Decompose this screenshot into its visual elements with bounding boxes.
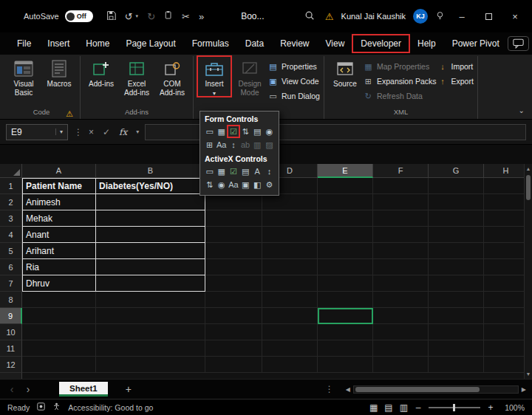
cell-G11[interactable] <box>429 340 484 357</box>
excel-add-ins-button[interactable]: Excel Add-ins <box>120 56 154 97</box>
cell-C8[interactable] <box>205 292 262 308</box>
collapse-ribbon-icon[interactable]: ⌄ <box>519 106 525 114</box>
cell-H6[interactable] <box>484 259 524 275</box>
tab-view[interactable]: View <box>318 35 353 52</box>
cell-F8[interactable] <box>373 292 429 308</box>
cut-icon[interactable]: ✂ <box>182 12 190 21</box>
run-dialog-button[interactable]: ▭Run Dialog <box>268 92 320 100</box>
zoom-slider[interactable] <box>429 407 480 408</box>
button-control-icon[interactable]: ▭ <box>204 126 215 137</box>
cell-A10[interactable] <box>22 324 96 340</box>
cell-B7[interactable] <box>96 275 205 292</box>
cell-E4[interactable] <box>318 227 373 243</box>
scroll-left-icon[interactable]: ◀ <box>346 386 350 393</box>
cell-B11[interactable] <box>96 340 205 357</box>
cell-E8[interactable] <box>318 292 373 308</box>
cell-E9[interactable] <box>318 308 373 324</box>
cell-F11[interactable] <box>373 340 429 357</box>
export-button[interactable]: ↑Export <box>438 77 474 86</box>
cell-G3[interactable] <box>429 210 484 227</box>
tab-formulas[interactable]: Formulas <box>184 35 237 52</box>
cell-H11[interactable] <box>484 340 524 357</box>
cell-E5[interactable] <box>318 243 373 259</box>
scroll-up-icon[interactable]: ▲ <box>526 165 531 172</box>
spin-button-control-icon[interactable]: ⇅ <box>204 179 215 191</box>
cell-F6[interactable] <box>373 259 429 275</box>
cell-A6[interactable]: Ria <box>22 259 96 275</box>
user-name[interactable]: Kunal Jai Kaushik <box>341 12 406 21</box>
cell-D7[interactable] <box>262 275 318 292</box>
spin-button-control-icon[interactable]: ⇅ <box>240 126 251 137</box>
cell-C10[interactable] <box>205 324 262 340</box>
select-all-corner[interactable] <box>0 164 22 178</box>
minimize-button[interactable]: – <box>452 11 471 22</box>
scroll-bar-control-icon[interactable]: ↕ <box>228 139 239 151</box>
cell-H2[interactable] <box>484 194 524 210</box>
zoom-level[interactable]: 100% <box>501 403 525 412</box>
cell-B1[interactable]: Diabetes(Yes/NO) <box>96 178 205 194</box>
sheet-tab-sheet1[interactable]: Sheet1 <box>59 382 108 397</box>
next-sheet-icon[interactable]: › <box>22 383 34 395</box>
name-box[interactable]: E9 ▾ <box>6 124 68 140</box>
fx-dropdown-icon[interactable]: ▾ <box>136 128 139 135</box>
cell-H4[interactable] <box>484 227 524 243</box>
cancel-icon[interactable]: × <box>89 127 94 137</box>
comments-button[interactable] <box>508 36 529 51</box>
row-header-5[interactable]: 5 <box>0 243 22 259</box>
list-box-control-icon[interactable]: ▤ <box>252 126 263 137</box>
tab-page-layout[interactable]: Page Layout <box>117 35 183 52</box>
row-header-11[interactable]: 11 <box>0 340 22 357</box>
cell-G10[interactable] <box>429 324 484 340</box>
scroll-bar-control-icon[interactable]: ↕ <box>264 165 275 177</box>
row-header-8[interactable]: 8 <box>0 292 22 308</box>
tab-review[interactable]: Review <box>272 35 317 52</box>
zoom-out-button[interactable]: – <box>415 402 422 413</box>
cell-A4[interactable]: Anant <box>22 227 96 243</box>
cell-B3[interactable] <box>96 210 205 227</box>
cell-D4[interactable] <box>262 227 318 243</box>
tab-power-pivot[interactable]: Power Pivot <box>444 35 508 52</box>
cell-F3[interactable] <box>373 210 429 227</box>
cell-E10[interactable] <box>318 324 373 340</box>
cell-B4[interactable] <box>96 227 205 243</box>
cell-B12[interactable] <box>96 357 205 373</box>
cell-F5[interactable] <box>373 243 429 259</box>
cell-G4[interactable] <box>429 227 484 243</box>
cell-D3[interactable] <box>262 210 318 227</box>
cell-A8[interactable] <box>22 292 96 308</box>
cell-A12[interactable] <box>22 357 96 373</box>
check-box-control-icon[interactable]: ☑ <box>228 165 239 177</box>
more-controls-control-icon[interactable]: ⚙ <box>264 179 275 191</box>
combo-box-control-icon[interactable]: ▦ <box>216 126 227 137</box>
cell-G6[interactable] <box>429 259 484 275</box>
cell-H3[interactable] <box>484 210 524 227</box>
import-button[interactable]: ↓Import <box>438 62 474 71</box>
lightbulb-icon[interactable] <box>435 10 445 23</box>
cell-H12[interactable] <box>484 357 524 373</box>
cell-C12[interactable] <box>205 357 262 373</box>
cell-G8[interactable] <box>429 292 484 308</box>
undo-dropdown-icon[interactable]: ▾ <box>136 13 139 19</box>
cell-G12[interactable] <box>429 357 484 373</box>
toggle-button-control-icon[interactable]: ◧ <box>252 179 263 191</box>
text-box-control-icon[interactable]: A <box>252 165 263 177</box>
cell-D9[interactable] <box>262 308 318 324</box>
cell-C9[interactable] <box>205 308 262 324</box>
cell-A7[interactable]: Dhruv <box>22 275 96 292</box>
row-header-2[interactable]: 2 <box>0 194 22 210</box>
cell-C7[interactable] <box>205 275 262 292</box>
zoom-slider-thumb[interactable] <box>453 404 455 411</box>
redo-icon[interactable]: ↻ <box>147 12 155 21</box>
check-box-control-icon[interactable]: ☑ <box>228 126 239 137</box>
row-header-7[interactable]: 7 <box>0 275 22 292</box>
close-button[interactable]: × <box>505 11 525 22</box>
cell-F2[interactable] <box>373 194 429 210</box>
cell-H9[interactable] <box>484 308 524 324</box>
visual-basic-button[interactable]: Visual Basic <box>7 56 41 97</box>
cell-D12[interactable] <box>262 357 318 373</box>
copy-icon[interactable] <box>164 10 173 22</box>
cell-E6[interactable] <box>318 259 373 275</box>
row-header-4[interactable]: 4 <box>0 227 22 243</box>
maximize-button[interactable] <box>479 11 498 22</box>
cell-A5[interactable]: Arihant <box>22 243 96 259</box>
